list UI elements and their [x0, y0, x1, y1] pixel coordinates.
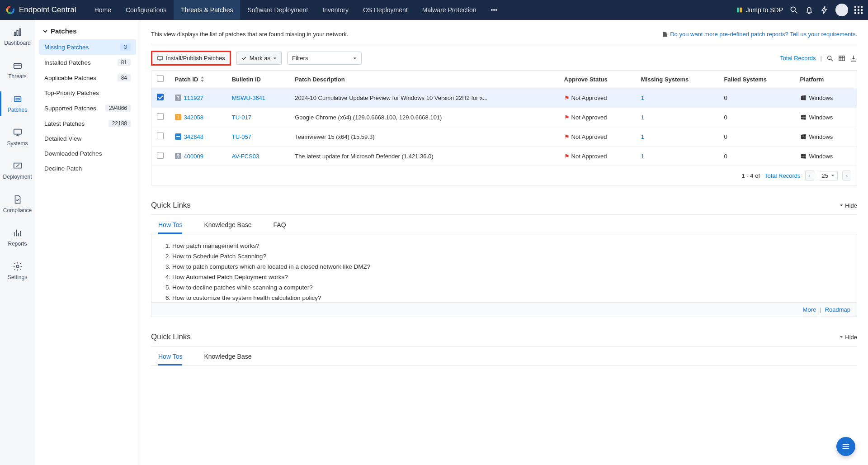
- quicklinks-more[interactable]: More: [803, 306, 816, 313]
- pager-pagesize[interactable]: 25: [819, 171, 838, 180]
- table-search-icon[interactable]: [826, 55, 834, 62]
- bulletin-link[interactable]: TU-017: [232, 114, 251, 121]
- approve-status: Not Approved: [571, 114, 607, 121]
- table-row[interactable]: ?111927MSWU-36412024-10 Cumulative Updat…: [151, 88, 857, 108]
- install-publish-button[interactable]: Install/Publish Patches: [151, 51, 231, 66]
- help-fab[interactable]: [836, 437, 855, 456]
- product-name: Endpoint Central: [19, 5, 76, 14]
- rail-dashboard[interactable]: Dashboard: [0, 20, 35, 53]
- bell-icon[interactable]: [805, 5, 814, 14]
- product-logo[interactable]: Endpoint Central: [5, 5, 76, 15]
- avatar[interactable]: [835, 4, 848, 16]
- howto-item[interactable]: How to customize the system health calcu…: [172, 293, 843, 302]
- howto-item[interactable]: How patch management works?: [172, 241, 843, 251]
- rail-patches[interactable]: Patches: [0, 87, 35, 120]
- quick-action-icon[interactable]: [820, 5, 829, 14]
- col-platform[interactable]: Platform: [795, 71, 857, 88]
- sidebar-item-installed-patches[interactable]: Installed Patches81: [39, 55, 136, 70]
- rail-deployment[interactable]: Deployment: [0, 154, 35, 187]
- search-icon[interactable]: [789, 5, 798, 14]
- pager-prev[interactable]: ‹: [805, 171, 814, 180]
- col-bulletin-id[interactable]: Bulletin ID: [226, 71, 290, 88]
- sidebar-count: 81: [118, 59, 131, 66]
- row-checkbox[interactable]: [157, 94, 164, 100]
- quicklinks-tab-faq[interactable]: FAQ: [274, 221, 286, 234]
- columns-icon[interactable]: [838, 55, 845, 62]
- top-nav-home[interactable]: Home: [87, 0, 118, 20]
- quicklinks-roadmap[interactable]: Roadmap: [825, 306, 850, 313]
- top-nav-inventory[interactable]: Inventory: [315, 0, 356, 20]
- top-nav-more[interactable]: •••: [484, 0, 505, 20]
- logo-icon: [5, 5, 15, 15]
- col-patch-id[interactable]: Patch ID: [170, 71, 226, 88]
- top-nav-malware-protection[interactable]: Malware Protection: [415, 0, 484, 20]
- row-checkbox[interactable]: [157, 113, 164, 120]
- patch-id-link[interactable]: 342058: [184, 114, 203, 121]
- col-missing-systems[interactable]: Missing Systems: [636, 71, 719, 88]
- side2-title[interactable]: Patches: [42, 27, 132, 35]
- row-checkbox[interactable]: [157, 152, 164, 159]
- check-icon: [241, 56, 247, 61]
- missing-systems-link[interactable]: 1: [641, 95, 644, 101]
- select-all-checkbox[interactable]: [157, 75, 164, 82]
- total-records-link[interactable]: Total Records: [780, 55, 816, 62]
- col-failed-systems[interactable]: Failed Systems: [718, 71, 794, 88]
- sidebar-item-latest-patches[interactable]: Latest Patches22188: [39, 116, 136, 131]
- rail-compliance[interactable]: Compliance: [0, 187, 35, 221]
- patch-id-link[interactable]: 400009: [184, 153, 203, 160]
- export-icon[interactable]: [850, 55, 857, 62]
- patches-icon: [13, 94, 23, 104]
- quicklinks2-tab-how-tos[interactable]: How Tos: [158, 353, 182, 365]
- row-checkbox[interactable]: [157, 133, 164, 139]
- rail-threats[interactable]: Threats: [0, 53, 35, 87]
- missing-systems-link[interactable]: 1: [641, 114, 644, 121]
- bulletin-link[interactable]: AV-FCS03: [232, 153, 259, 160]
- sidebar-item-top-priority-patches[interactable]: Top-Priority Patches: [39, 85, 136, 100]
- approve-status: Not Approved: [571, 95, 607, 101]
- rail-systems[interactable]: Systems: [0, 120, 35, 154]
- windows-icon: [800, 95, 807, 101]
- mark-as-button[interactable]: Mark as: [236, 52, 282, 65]
- missing-systems-link[interactable]: 1: [641, 133, 644, 140]
- sidebar-item-applicable-patches[interactable]: Applicable Patches84: [39, 70, 136, 85]
- howto-item[interactable]: How to patch computers which are located…: [172, 261, 843, 272]
- bulletin-link[interactable]: TU-057: [232, 133, 251, 140]
- caret-down-icon: [840, 335, 843, 339]
- rail-settings[interactable]: Settings: [0, 254, 35, 288]
- quicklinks-tab-knowledge-base[interactable]: Knowledge Base: [204, 221, 251, 234]
- sidebar-item-supported-patches[interactable]: Supported Patches294866: [39, 100, 136, 116]
- top-nav-os-deployment[interactable]: OS Deployment: [356, 0, 415, 20]
- sidebar-item-decline-patch[interactable]: Decline Patch: [39, 161, 136, 176]
- pager-total-link[interactable]: Total Records: [764, 172, 800, 179]
- howto-item[interactable]: How to Schedule Patch Scanning?: [172, 251, 843, 261]
- col-approve-status[interactable]: Approve Status: [559, 71, 636, 88]
- patch-id-link[interactable]: 111927: [184, 95, 203, 101]
- jump-to-sdp[interactable]: Jump to SDP: [736, 6, 783, 14]
- missing-systems-link[interactable]: 1: [641, 153, 644, 160]
- filters-dropdown[interactable]: Filters: [287, 52, 362, 65]
- apps-icon[interactable]: [854, 6, 863, 14]
- top-nav-software-deployment[interactable]: Software Deployment: [240, 0, 315, 20]
- rail-reports[interactable]: Reports: [0, 221, 35, 254]
- quicklinks2-hide[interactable]: Hide: [840, 334, 857, 341]
- compliance-icon: [13, 195, 23, 204]
- bulletin-link[interactable]: MSWU-3641: [232, 95, 265, 101]
- pager-next[interactable]: ›: [842, 171, 851, 180]
- patch-description: 2024-10 Cumulative Update Preview for Wi…: [295, 95, 487, 101]
- patch-id-link[interactable]: 342648: [184, 133, 203, 140]
- col-patch-description[interactable]: Patch Description: [289, 71, 558, 88]
- sidebar-item-downloaded-patches[interactable]: Downloaded Patches: [39, 146, 136, 161]
- quicklinks-tab-how-tos[interactable]: How Tos: [158, 221, 182, 234]
- top-nav-threats-patches[interactable]: Threats & Patches: [174, 0, 240, 20]
- table-row[interactable]: !342058TU-017Google Chrome (x64) (129.0.…: [151, 108, 857, 127]
- table-row[interactable]: ?400009AV-FCS03The latest update for Mic…: [151, 147, 857, 166]
- howto-item[interactable]: How Automated Patch Deployment works?: [172, 272, 843, 282]
- quicklinks2-tab-knowledge-base[interactable]: Knowledge Base: [204, 353, 251, 365]
- table-row[interactable]: 342648TU-057Teamviewer 15 (x64) (15.59.3…: [151, 127, 857, 147]
- quicklinks-hide[interactable]: Hide: [840, 202, 857, 209]
- sidebar-item-missing-patches[interactable]: Missing Patches3: [39, 39, 136, 55]
- predefined-reports-link[interactable]: Do you want more pre-defined patch repor…: [662, 31, 857, 38]
- howto-item[interactable]: How to decline patches while scanning a …: [172, 282, 843, 293]
- top-nav-configurations[interactable]: Configurations: [118, 0, 174, 20]
- sidebar-item-detailed-view[interactable]: Detailed View: [39, 131, 136, 146]
